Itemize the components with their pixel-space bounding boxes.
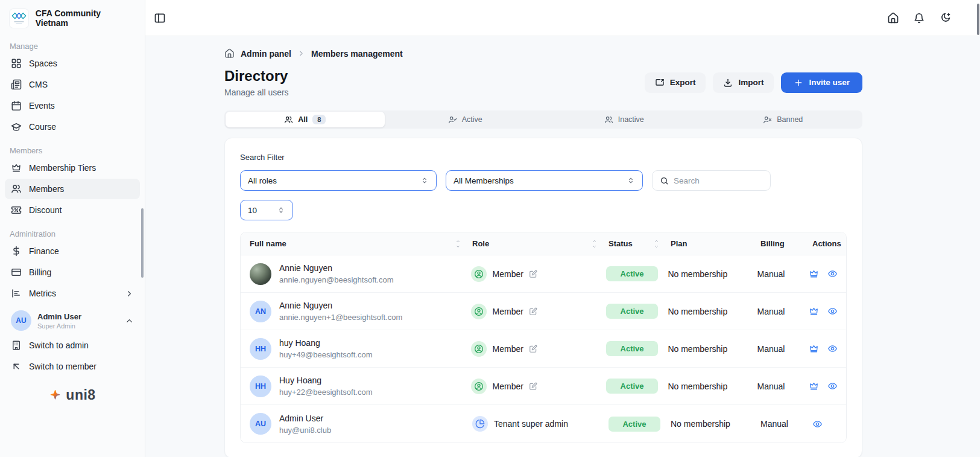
sort-icon[interactable] — [591, 239, 598, 249]
sidebar-item-members[interactable]: Members — [5, 179, 140, 199]
sidebar-user-menu[interactable]: AU Admin User Super Admin — [5, 307, 140, 334]
action-crown-icon[interactable] — [809, 306, 819, 316]
search-icon — [660, 176, 669, 185]
sidebar-item-cms[interactable]: CMS — [5, 74, 140, 95]
sidebar-item-finance[interactable]: Finance — [5, 241, 140, 261]
action-eye-icon[interactable] — [827, 381, 838, 391]
sidebar-header: CFA Community Vietnam — [0, 0, 145, 33]
column-header-actions: Actions — [803, 239, 846, 248]
invite-user-button[interactable]: Invite user — [781, 72, 862, 93]
edit-role-icon[interactable] — [529, 270, 537, 278]
action-eye-icon[interactable] — [827, 269, 838, 279]
user-email: annie.nguyen@beesightsoft.com — [279, 275, 394, 284]
home-icon[interactable] — [224, 48, 235, 59]
search-box — [652, 170, 771, 191]
plan-value: No membership — [671, 419, 730, 429]
chevrons-up-down-icon — [627, 176, 635, 185]
page-size-select[interactable]: 10 — [240, 200, 293, 220]
breadcrumb-members-management: Members management — [311, 49, 403, 59]
users-icon — [604, 115, 613, 124]
search-input[interactable] — [674, 176, 763, 185]
export-button[interactable]: Export — [645, 72, 706, 93]
user-email: huy+49@beesightsoft.com — [279, 350, 372, 359]
sort-icon[interactable] — [653, 239, 660, 249]
user-name: Admin User — [279, 414, 331, 423]
table-row: ANAnnie Nguyenannie.nguyen+1@beesightsof… — [241, 293, 846, 330]
nav-section-label-adminitration: Adminitration — [10, 229, 135, 238]
action-crown-icon[interactable] — [809, 381, 819, 391]
status-badge: Active — [606, 266, 658, 281]
sort-icon[interactable] — [455, 239, 461, 249]
avatar: AN — [250, 301, 271, 322]
plan-value: No membership — [668, 382, 727, 391]
import-button[interactable]: Import — [713, 72, 774, 93]
sidebar-scrollbar-thumb[interactable] — [141, 208, 144, 278]
home-icon[interactable] — [887, 12, 899, 24]
table-row: HHhuy Hoanghuy+49@beesightsoft.comMember… — [241, 330, 846, 368]
role-label: Member — [493, 307, 523, 316]
members-table: Full nameRoleStatusPlanBillingActions An… — [240, 232, 847, 443]
page-scrollbar-thumb[interactable] — [977, 4, 979, 35]
tab-active[interactable]: Active — [386, 110, 545, 129]
uni8-brand-text: uni8 — [66, 387, 95, 403]
sidebar-nav: ManageSpacesCMSEventsCourseMembersMember… — [0, 33, 145, 304]
status-badge: Active — [606, 304, 658, 319]
sidebar-item-label: Course — [29, 122, 56, 132]
newspaper-icon — [11, 79, 22, 90]
role-label: Member — [493, 269, 523, 279]
tab-all[interactable]: All8 — [226, 112, 385, 127]
chevrons-up-down-icon — [277, 206, 285, 214]
role-label: Tenant super admin — [494, 419, 568, 429]
tab-inactive[interactable]: Inactive — [545, 110, 704, 129]
role-label: Member — [493, 382, 523, 391]
cfa-logo-icon — [10, 9, 28, 28]
sidebar-item-metrics[interactable]: Metrics — [5, 283, 140, 304]
sidebar-item-discount[interactable]: Discount — [5, 200, 140, 220]
page-header: Directory Manage all users Export Import — [224, 68, 862, 97]
page-title: Directory — [224, 68, 289, 85]
sidebar-item-billing[interactable]: Billing — [5, 262, 140, 283]
sidebar-item-label: Discount — [29, 205, 62, 215]
topbar — [145, 0, 980, 36]
sidebar-item-switch-to-member[interactable]: Switch to member — [5, 356, 140, 377]
sparkle-icon — [49, 389, 62, 401]
sidebar-item-spaces[interactable]: Spaces — [5, 53, 140, 74]
user-email: huy@uni8.club — [279, 426, 331, 435]
calendar-icon — [11, 100, 22, 111]
action-crown-icon[interactable] — [809, 344, 819, 354]
bell-icon[interactable] — [913, 12, 925, 24]
tab-banned[interactable]: Banned — [704, 110, 863, 129]
action-crown-icon[interactable] — [809, 269, 819, 279]
main-area: Admin panel Members management Directory… — [145, 0, 980, 457]
status-badge: Active — [606, 379, 658, 394]
page-subtitle: Manage all users — [224, 88, 289, 97]
sidebar-item-membership-tiers[interactable]: Membership Tiers — [5, 158, 140, 178]
tab-label: All — [298, 115, 308, 124]
action-eye-icon[interactable] — [812, 419, 823, 429]
roles-select[interactable]: All roles — [240, 170, 437, 191]
sidebar-item-course[interactable]: Course — [5, 117, 140, 137]
column-header-role[interactable]: Role — [466, 239, 602, 249]
column-header-status[interactable]: Status — [602, 239, 665, 249]
panel-left-toggle-icon[interactable] — [154, 12, 166, 24]
billing-value: Manual — [760, 419, 788, 429]
column-header-full-name[interactable]: Full name — [241, 239, 466, 249]
edit-role-icon[interactable] — [529, 345, 537, 353]
edit-role-icon[interactable] — [529, 382, 537, 391]
column-header-plan: Plan — [665, 239, 752, 248]
plan-value: No membership — [668, 269, 727, 279]
topbar-right-icons — [887, 12, 956, 24]
memberships-select[interactable]: All Memberships — [446, 170, 643, 191]
action-eye-icon[interactable] — [827, 344, 838, 354]
sidebar-item-switch-to-admin[interactable]: Switch to admin — [5, 335, 140, 356]
chevrons-up-down-icon — [420, 176, 429, 185]
search-filter-label: Search Filter — [240, 153, 847, 162]
sidebar-item-events[interactable]: Events — [5, 95, 140, 116]
edit-role-icon[interactable] — [529, 307, 537, 316]
action-eye-icon[interactable] — [827, 306, 838, 316]
circle-user-icon — [471, 304, 487, 319]
table-row: Annie Nguyenannie.nguyen@beesightsoft.co… — [241, 255, 846, 293]
moon-icon[interactable] — [939, 12, 951, 24]
users-icon — [284, 115, 293, 124]
breadcrumb-admin-panel[interactable]: Admin panel — [241, 49, 291, 59]
